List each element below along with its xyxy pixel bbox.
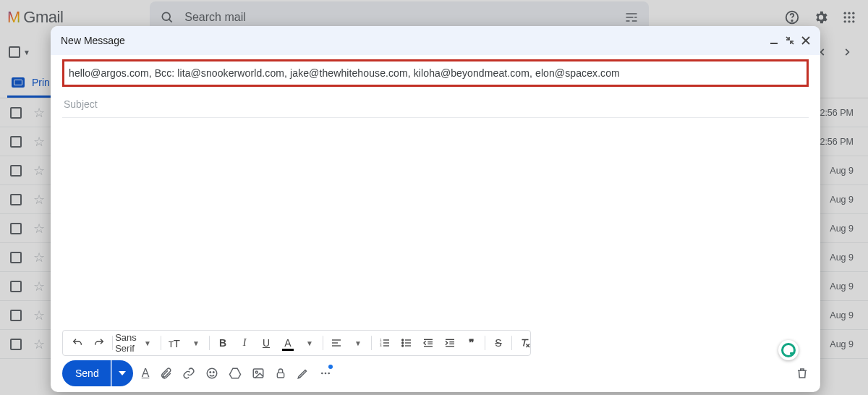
- font-size-select[interactable]: тT: [164, 333, 184, 353]
- row-date: Aug 9: [830, 339, 858, 349]
- row-date: Aug 9: [830, 310, 858, 320]
- undo-icon[interactable]: [67, 333, 88, 353]
- emoji-icon[interactable]: [205, 367, 218, 380]
- compose-actions: Send A: [62, 360, 809, 386]
- chevron-down-icon: ▼: [348, 333, 368, 353]
- send-button[interactable]: Send: [62, 360, 111, 386]
- compose-window: New Message hello@argos.com, Bcc: lita@s…: [51, 26, 820, 392]
- row-checkbox[interactable]: [10, 194, 22, 205]
- row-date: Aug 9: [830, 166, 858, 176]
- svg-point-5: [848, 12, 850, 14]
- row-checkbox[interactable]: [10, 223, 22, 234]
- row-date: Aug 9: [830, 281, 858, 292]
- inbox-icon: [12, 77, 25, 88]
- compose-body[interactable]: [62, 118, 809, 330]
- clear-formatting-button[interactable]: [515, 333, 535, 353]
- pen-icon[interactable]: [297, 367, 310, 380]
- tab-primary[interactable]: Prin: [7, 69, 54, 98]
- image-icon[interactable]: [252, 367, 265, 380]
- chevron-down-icon: ▼: [186, 333, 206, 353]
- star-icon[interactable]: ☆: [33, 279, 45, 294]
- font-family-select[interactable]: Sans Serif: [116, 333, 136, 353]
- tune-icon[interactable]: [624, 10, 639, 25]
- attach-icon[interactable]: [159, 367, 172, 380]
- row-checkbox[interactable]: [10, 107, 22, 119]
- strikethrough-button[interactable]: S: [488, 333, 509, 353]
- recipients-value: hello@argos.com, Bcc: lita@snookerworld.…: [69, 67, 620, 79]
- row-checkbox[interactable]: [10, 136, 22, 148]
- select-all[interactable]: ▼: [9, 46, 30, 58]
- more-icon[interactable]: [320, 368, 331, 379]
- row-date: 12:56 PM: [814, 137, 858, 147]
- row-date: Aug 9: [830, 252, 858, 263]
- search-icon: [160, 10, 174, 25]
- row-checkbox[interactable]: [10, 310, 22, 321]
- ordered-list-button[interactable]: 123: [375, 333, 395, 353]
- search-placeholder: Search mail: [184, 11, 245, 24]
- grammarly-icon[interactable]: [778, 340, 799, 360]
- discard-draft-icon[interactable]: [796, 367, 809, 380]
- svg-point-8: [848, 16, 850, 18]
- svg-point-32: [402, 345, 404, 347]
- svg-rect-48: [254, 369, 264, 378]
- bold-button[interactable]: B: [213, 333, 233, 353]
- svg-rect-13: [770, 43, 778, 44]
- compose-header[interactable]: New Message: [51, 26, 820, 55]
- chevron-down-icon: ▼: [299, 333, 320, 353]
- minimize-icon[interactable]: [770, 36, 778, 45]
- svg-line-1: [169, 20, 172, 22]
- row-date: Aug 9: [830, 224, 858, 234]
- tab-label: Prin: [32, 77, 50, 88]
- recipients-field[interactable]: hello@argos.com, Bcc: lita@snookerworld.…: [62, 59, 809, 87]
- star-icon[interactable]: ☆: [33, 105, 45, 121]
- align-button[interactable]: [326, 333, 346, 353]
- svg-point-4: [844, 12, 846, 14]
- next-page-icon[interactable]: [842, 47, 852, 57]
- italic-button[interactable]: I: [234, 333, 255, 353]
- svg-point-30: [402, 339, 404, 341]
- row-checkbox[interactable]: [10, 339, 22, 350]
- indent-more-button[interactable]: [440, 333, 460, 353]
- star-icon[interactable]: ☆: [33, 221, 45, 237]
- star-icon[interactable]: ☆: [33, 134, 45, 150]
- drive-icon[interactable]: [229, 367, 242, 380]
- gmail-logo[interactable]: M Gmail: [7, 8, 63, 27]
- svg-point-7: [844, 16, 846, 18]
- formatting-toggle-icon[interactable]: A: [142, 367, 150, 380]
- checkbox-icon: [9, 46, 20, 58]
- row-checkbox[interactable]: [10, 165, 22, 177]
- send-options-button[interactable]: [111, 360, 133, 386]
- svg-point-9: [852, 16, 854, 18]
- gear-icon[interactable]: [813, 9, 829, 25]
- star-icon[interactable]: ☆: [33, 250, 45, 266]
- link-icon[interactable]: [182, 367, 195, 380]
- row-checkbox[interactable]: [10, 281, 22, 292]
- svg-point-49: [256, 371, 258, 373]
- fullscreen-exit-icon[interactable]: [786, 36, 794, 45]
- star-icon[interactable]: ☆: [33, 336, 45, 352]
- subject-field[interactable]: Subject: [62, 91, 809, 118]
- text-color-button[interactable]: A: [278, 333, 298, 353]
- row-checkbox[interactable]: [10, 252, 22, 263]
- redo-icon[interactable]: [89, 333, 109, 353]
- svg-point-31: [402, 342, 404, 344]
- underline-button[interactable]: U: [256, 333, 276, 353]
- close-icon[interactable]: [801, 36, 810, 45]
- svg-marker-47: [230, 368, 241, 378]
- indent-less-button[interactable]: [418, 333, 438, 353]
- svg-point-51: [321, 373, 323, 375]
- compose-title: New Message: [61, 35, 125, 46]
- star-icon[interactable]: ☆: [33, 307, 45, 323]
- confidential-icon[interactable]: [275, 367, 286, 380]
- star-icon[interactable]: ☆: [33, 163, 45, 179]
- help-icon[interactable]: [784, 9, 800, 25]
- svg-point-6: [852, 12, 854, 14]
- formatting-toolbar: Sans Serif ▼ тT▼ B I U A▼ ▼ 123 ❞ S: [62, 330, 531, 356]
- svg-text:3: 3: [380, 344, 382, 347]
- quote-button[interactable]: ❞: [461, 333, 482, 353]
- dropdown-caret-icon: ▼: [23, 48, 30, 56]
- bullet-list-button[interactable]: [396, 333, 417, 353]
- star-icon[interactable]: ☆: [33, 192, 45, 208]
- apps-icon[interactable]: [842, 10, 856, 25]
- chevron-down-icon: ▼: [137, 333, 158, 353]
